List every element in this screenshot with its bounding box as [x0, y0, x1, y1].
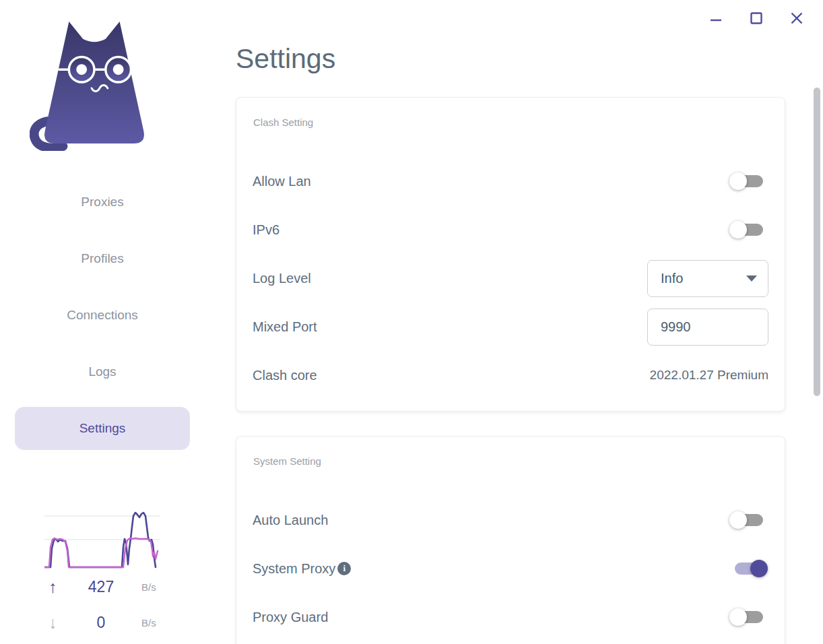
app-window: Proxies Profiles Connections Logs Settin… — [0, 0, 823, 644]
log-level-value: Info — [661, 271, 683, 286]
window-controls — [707, 9, 805, 27]
toggle-thumb — [729, 172, 747, 190]
clash-setting-card: Clash Setting Allow Lan IPv6 Log Level — [236, 97, 785, 412]
allow-lan-toggle[interactable] — [733, 172, 764, 190]
allow-lan-label: Allow Lan — [253, 174, 311, 189]
upload-value: 427 — [73, 578, 129, 596]
scrollbar-thumb[interactable] — [814, 88, 820, 396]
proxy-guard-toggle[interactable] — [733, 608, 764, 626]
sidebar-nav: Proxies Profiles Connections Logs Settin… — [15, 181, 190, 463]
maximize-button[interactable] — [748, 9, 765, 27]
sidebar-item-logs[interactable]: Logs — [15, 350, 190, 393]
download-line — [44, 538, 158, 567]
log-level-select[interactable]: Info — [647, 260, 768, 297]
setting-row-ipv6: IPv6 — [253, 205, 768, 254]
setting-row-auto-launch: Auto Launch — [253, 496, 768, 544]
upload-stat: ↑ 427 B/s — [0, 573, 205, 601]
setting-row-log-level: Log Level Info — [253, 254, 768, 302]
system-proxy-label-text: System Proxy — [253, 561, 335, 577]
download-value: 0 — [73, 614, 129, 632]
setting-row-mixed-port: Mixed Port — [253, 302, 768, 351]
auto-launch-toggle[interactable] — [733, 511, 764, 529]
log-level-label: Log Level — [253, 271, 311, 286]
clash-core-label: Clash core — [253, 368, 317, 383]
page-title: Settings — [236, 43, 823, 75]
arrow-up-icon: ↑ — [48, 577, 73, 597]
toggle-thumb — [729, 608, 747, 626]
setting-row-system-proxy: System Proxy i — [253, 544, 768, 593]
card-header: Clash Setting — [253, 117, 768, 130]
toggle-thumb — [750, 560, 768, 577]
sidebar-item-connections[interactable]: Connections — [15, 294, 190, 337]
download-unit: B/s — [141, 617, 156, 629]
minimize-icon — [708, 10, 724, 26]
minimize-button[interactable] — [707, 9, 725, 27]
card-header: System Setting — [253, 455, 768, 469]
ipv6-label: IPv6 — [253, 222, 279, 238]
sidebar-item-settings[interactable]: Settings — [15, 407, 190, 450]
setting-row-clash-core: Clash core 2022.01.27 Premium — [253, 351, 768, 399]
maximize-icon — [748, 10, 764, 26]
chevron-down-icon — [746, 276, 757, 282]
proxy-guard-label: Proxy Guard — [253, 610, 328, 625]
system-proxy-toggle[interactable] — [733, 560, 764, 577]
ipv6-toggle[interactable] — [733, 221, 764, 238]
upload-unit: B/s — [141, 581, 156, 593]
traffic-stats: ↑ 427 B/s ↓ 0 B/s — [0, 573, 205, 637]
traffic-graph — [44, 508, 160, 570]
download-stat: ↓ 0 B/s — [0, 608, 205, 637]
auto-launch-label: Auto Launch — [253, 513, 328, 528]
clash-cat-logo — [30, 18, 159, 151]
arrow-down-icon: ↓ — [48, 613, 73, 633]
main-content: Settings Clash Setting Allow Lan IPv6 Lo… — [205, 0, 823, 644]
sidebar-item-profiles[interactable]: Profiles — [15, 237, 190, 280]
toggle-thumb — [729, 511, 747, 529]
setting-row-allow-lan: Allow Lan — [253, 157, 768, 205]
toggle-thumb — [729, 221, 747, 238]
close-icon — [789, 10, 805, 26]
sidebar-item-proxies[interactable]: Proxies — [15, 181, 190, 224]
info-icon[interactable]: i — [337, 562, 351, 575]
mixed-port-label: Mixed Port — [253, 319, 317, 335]
mixed-port-input[interactable] — [647, 309, 768, 346]
close-button[interactable] — [788, 9, 805, 27]
setting-row-proxy-guard: Proxy Guard — [253, 593, 768, 641]
system-setting-card: System Setting Auto Launch System Proxy … — [236, 436, 785, 644]
clash-core-version: 2022.01.27 Premium — [650, 368, 768, 383]
sidebar: Proxies Profiles Connections Logs Settin… — [0, 0, 205, 644]
system-proxy-label: System Proxy i — [253, 561, 351, 577]
